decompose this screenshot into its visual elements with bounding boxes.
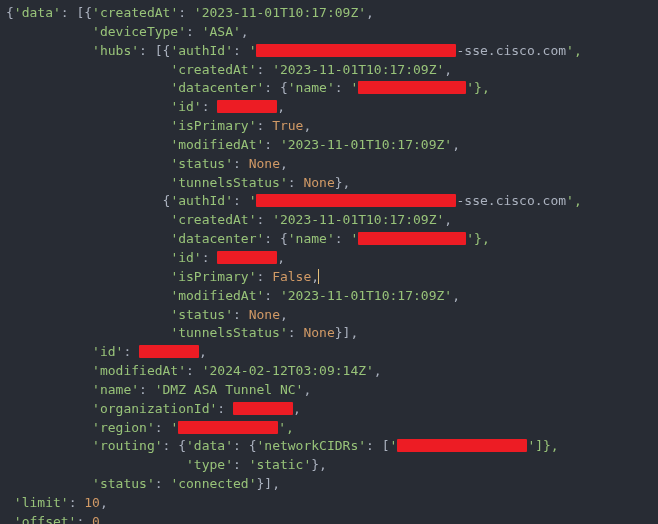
redaction [178,421,278,434]
redaction [256,194,456,207]
redaction [139,345,199,358]
json-output: {'data': [{'createdAt': '2023-11-01T10:1… [0,0,658,524]
text-cursor [318,269,319,284]
redaction [233,402,293,415]
redaction [397,439,527,452]
redaction [256,44,456,57]
redaction [217,251,277,264]
redaction [358,232,466,245]
redaction [217,100,277,113]
redaction [358,81,466,94]
